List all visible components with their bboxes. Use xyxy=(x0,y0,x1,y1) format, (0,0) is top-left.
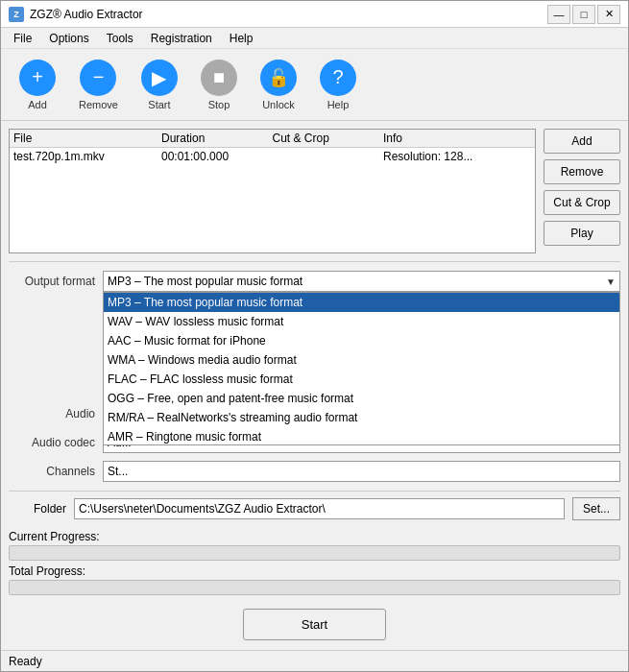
minimize-button[interactable]: — xyxy=(547,5,570,24)
option-aac[interactable]: AAC – Music format for iPhone xyxy=(104,331,619,350)
channels-value: St... xyxy=(108,465,128,478)
side-buttons: Add Remove Cut & Crop Play xyxy=(544,129,620,253)
stop-button[interactable]: ■ Stop xyxy=(190,55,248,115)
title-bar: Z ZGZ® Audio Extractor — □ ✕ xyxy=(1,1,628,28)
dropdown-arrow-icon: ▼ xyxy=(606,276,616,287)
maximize-button[interactable]: □ xyxy=(572,5,595,24)
current-progress-bar-bg xyxy=(9,545,620,561)
total-progress-label: Total Progress: xyxy=(9,564,620,578)
start-main-button[interactable]: Start xyxy=(243,609,386,640)
remove-button[interactable]: − Remove xyxy=(68,55,129,115)
stop-icon: ■ xyxy=(201,60,237,96)
file-list-container: File Duration Cut & Crop Info test.720p.… xyxy=(9,129,536,253)
file-list-area: File Duration Cut & Crop Info test.720p.… xyxy=(9,129,536,253)
folder-row: Folder Set... xyxy=(1,492,628,526)
total-progress-row: Total Progress: xyxy=(9,564,620,595)
window-controls: — □ ✕ xyxy=(547,5,620,24)
window-title: ZGZ® Audio Extractor xyxy=(30,8,143,21)
main-window: Z ZGZ® Audio Extractor — □ ✕ File Option… xyxy=(0,0,629,672)
menu-help[interactable]: Help xyxy=(221,29,262,48)
menu-file[interactable]: File xyxy=(5,29,40,48)
menu-tools[interactable]: Tools xyxy=(98,29,142,48)
header-duration: Duration xyxy=(161,132,273,145)
unlock-label: Unlock xyxy=(262,99,295,110)
settings-area: Output format MP3 – The most popular mus… xyxy=(1,262,628,491)
option-ogg[interactable]: OGG – Free, open and patent-free music f… xyxy=(104,389,619,408)
file-list-header: File Duration Cut & Crop Info xyxy=(10,130,535,148)
help-icon: ? xyxy=(320,60,356,96)
audio-label: Audio xyxy=(9,407,95,420)
option-flac[interactable]: FLAC – FLAC lossless music format xyxy=(104,370,619,389)
set-folder-button[interactable]: Set... xyxy=(572,497,620,520)
add-label: Add xyxy=(28,99,47,110)
option-mp3[interactable]: MP3 – The most popular music format xyxy=(104,293,619,312)
help-label: Help xyxy=(327,99,350,110)
option-wma[interactable]: WMA – Windows media audio format xyxy=(104,350,619,370)
output-format-wrapper: MP3 – The most popular music format ▼ MP… xyxy=(103,271,620,292)
folder-input[interactable] xyxy=(74,498,565,519)
start-icon: ▶ xyxy=(141,60,178,96)
side-play-button[interactable]: Play xyxy=(544,221,620,246)
output-format-label: Output format xyxy=(9,275,95,288)
header-cut: Cut & Crop xyxy=(273,132,384,145)
option-amr[interactable]: AMR – Ringtone music format xyxy=(104,427,619,445)
option-rm[interactable]: RM/RA – RealNetworks's streaming audio f… xyxy=(104,408,619,427)
output-format-row: Output format MP3 – The most popular mus… xyxy=(9,270,620,293)
current-progress-label: Current Progress: xyxy=(9,530,620,543)
table-row[interactable]: test.720p.1m.mkv 00:01:00.000 Resolution… xyxy=(10,148,535,165)
add-icon: + xyxy=(19,60,56,96)
status-text: Ready xyxy=(9,655,42,668)
menu-bar: File Options Tools Registration Help xyxy=(1,28,628,49)
channels-control: St... xyxy=(103,461,620,482)
remove-icon: − xyxy=(80,60,116,96)
toolbar: + Add − Remove ▶ Start ■ Stop 🔓 Unlock ?… xyxy=(1,49,628,121)
output-format-selected: MP3 – The most popular music format xyxy=(108,275,302,288)
side-add-button[interactable]: Add xyxy=(544,129,620,154)
stop-label: Stop xyxy=(208,99,230,110)
output-format-dropdown[interactable]: MP3 – The most popular music format ▼ xyxy=(103,271,620,292)
unlock-button[interactable]: 🔓 Unlock xyxy=(250,55,307,115)
progress-area: Current Progress: Total Progress: xyxy=(1,526,628,599)
channels-label: Channels xyxy=(9,465,95,478)
row-duration: 00:01:00.000 xyxy=(161,150,273,163)
menu-options[interactable]: Options xyxy=(40,29,97,48)
start-toolbar-button[interactable]: ▶ Start xyxy=(131,55,188,115)
total-progress-bar-bg xyxy=(9,580,620,595)
remove-label: Remove xyxy=(79,99,118,110)
status-bar: Ready xyxy=(1,650,628,671)
help-button[interactable]: ? Help xyxy=(309,55,367,115)
current-progress-row: Current Progress: xyxy=(9,530,620,561)
main-content: File Duration Cut & Crop Info test.720p.… xyxy=(1,121,628,261)
row-cut xyxy=(273,150,384,163)
folder-label: Folder xyxy=(9,502,66,516)
title-bar-left: Z ZGZ® Audio Extractor xyxy=(9,7,143,22)
option-wav[interactable]: WAV – WAV lossless music format xyxy=(104,312,619,331)
channels-row: Channels St... xyxy=(9,460,620,483)
close-button[interactable]: ✕ xyxy=(597,5,620,24)
add-button[interactable]: + Add xyxy=(9,55,66,115)
app-icon: Z xyxy=(9,7,24,22)
start-area: Start xyxy=(1,599,628,650)
header-info: Info xyxy=(383,132,531,145)
side-cut-button[interactable]: Cut & Crop xyxy=(544,190,620,215)
header-file: File xyxy=(13,132,161,145)
audio-codec-label: Audio codec xyxy=(9,436,95,449)
unlock-icon: 🔓 xyxy=(260,60,297,96)
row-file: test.720p.1m.mkv xyxy=(13,150,161,163)
side-remove-button[interactable]: Remove xyxy=(544,159,620,184)
start-label: Start xyxy=(148,99,170,110)
menu-registration[interactable]: Registration xyxy=(142,29,221,48)
row-info: Resolution: 128... xyxy=(383,150,531,163)
output-format-list: MP3 – The most popular music format WAV … xyxy=(103,292,620,445)
